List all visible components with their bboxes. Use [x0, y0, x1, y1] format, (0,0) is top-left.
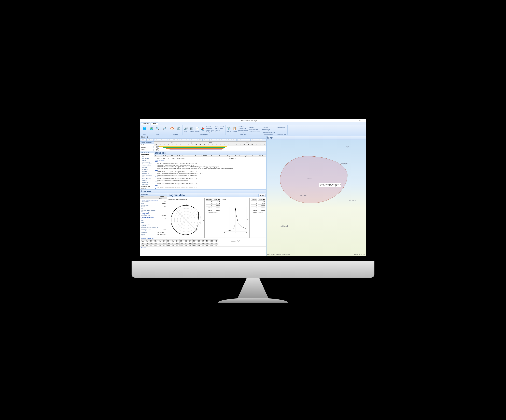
- tree-item[interactable]: ID: [141, 156, 153, 157]
- action-button[interactable]: Edit: [198, 139, 203, 141]
- speaker-icon[interactable]: 🔊: [184, 126, 188, 131]
- action-button[interactable]: Coordination: [227, 139, 237, 141]
- editor-row[interactable]: Reference ID: [140, 204, 167, 206]
- tree-item[interactable]: Altitude, m: [141, 172, 153, 174]
- action-button[interactable]: Preview: [190, 139, 197, 141]
- allotment-link[interactable]: Allotment areas: [214, 131, 224, 133]
- tree-item[interactable]: Date of expiry: [141, 178, 153, 180]
- persons-link[interactable]: Persons: [214, 129, 224, 131]
- close-button[interactable]: ✕: [363, 119, 365, 122]
- editor-row[interactable]: ▸ System parameters: [140, 216, 167, 218]
- editor-row[interactable]: ▸ Location: [140, 230, 167, 232]
- search-input-2[interactable]: [141, 149, 153, 151]
- map-icon[interactable]: 🗺️: [148, 126, 154, 131]
- editor-row[interactable]: Frequency, MHz183,648: [140, 215, 167, 216]
- maximize-button[interactable]: □: [359, 119, 361, 122]
- tab-view-log[interactable]: View log: [141, 122, 150, 125]
- rl-antenna[interactable]: Antenna models: [249, 129, 260, 130]
- 3d-view-button[interactable]: 3D view: [258, 194, 266, 197]
- itu-icon[interactable]: 🏛️: [189, 126, 194, 131]
- editor-row[interactable]: SFN ID: [140, 208, 167, 210]
- editor-row[interactable]: Longitude25° E 20' 4, …: [140, 232, 167, 234]
- name-checkbox[interactable]: [141, 144, 142, 146]
- lictypes-link[interactable]: License types: [214, 128, 224, 129]
- editor-row[interactable]: Gapfiller processing delay, µs: [140, 227, 167, 228]
- document-tab[interactable]: T-DAB – 1×: [140, 136, 266, 139]
- licjournals-link[interactable]: License journals: [214, 126, 224, 128]
- editor-row[interactable]: AdministrationLTU: [140, 201, 167, 203]
- tree-item[interactable]: Remarks: [141, 183, 153, 185]
- tree-item[interactable]: Date of bringing-into-use: [141, 174, 153, 178]
- action-button[interactable]: New version: [180, 139, 189, 141]
- rl-equipment[interactable]: Equipment models: [249, 130, 260, 132]
- tree-item[interactable]: Frequency, MHz: [141, 163, 153, 165]
- close-tab-icon[interactable]: ×: [149, 136, 150, 138]
- rl-types[interactable]: License types: [238, 131, 248, 133]
- editor-row[interactable]: Latitude54° N 42' 13…: [140, 234, 167, 235]
- editor-row[interactable]: Date of bringing-into-use: [140, 210, 167, 211]
- tree-item[interactable]: Plan entry: [141, 182, 153, 183]
- syseditor-link[interactable]: System editor: [206, 129, 214, 131]
- refresh-icon[interactable]: 🔄: [176, 126, 181, 131]
- app-logo-icon[interactable]: 🌐: [142, 126, 147, 131]
- tab-main[interactable]: Main: [151, 122, 158, 125]
- tree-item[interactable]: Reference ID: [141, 161, 153, 163]
- editor-row[interactable]: Date of expiry: [140, 211, 167, 213]
- search-input-1[interactable]: [141, 146, 153, 148]
- editor-row[interactable]: Transmission systemT3: [140, 218, 167, 220]
- editor-row[interactable]: Bandwidth, MHz1,536: [140, 228, 167, 230]
- datalist-body[interactable]: 7012 T-DAB LTU LTU Visa Lietuva 183,648 …: [154, 157, 266, 189]
- editor-row[interactable]: NameVilnius: [140, 203, 167, 204]
- configeditor-link[interactable]: Config editor: [206, 131, 214, 133]
- antenna-icon[interactable]: 📡: [226, 126, 231, 131]
- action-button[interactable]: Delete: [203, 139, 209, 141]
- tree-item[interactable]: Country: [141, 167, 153, 169]
- document-icon[interactable]: 📄: [195, 126, 200, 131]
- books-icon[interactable]: 📚: [200, 127, 205, 131]
- admin-userroles[interactable]: User roles: [262, 127, 275, 128]
- search-icon[interactable]: 🔍: [155, 126, 160, 131]
- tree-item[interactable]: Search field: [141, 154, 153, 156]
- refresh-button[interactable]: Refresh: [146, 139, 153, 141]
- zoom-icon[interactable]: 🔎: [161, 126, 167, 131]
- home-icon[interactable]: 🏠: [169, 126, 175, 131]
- channels-link[interactable]: Channels: [206, 126, 214, 128]
- filter-button[interactable]: Filter: [141, 139, 146, 141]
- action-button[interactable]: New allotment: [168, 139, 179, 141]
- action-button[interactable]: New assignment: [155, 139, 167, 141]
- action-button[interactable]: Set main version: [237, 139, 250, 141]
- action-button[interactable]: Show related ▾: [251, 139, 262, 141]
- minimize-button[interactable]: —: [354, 119, 357, 122]
- tree-item[interactable]: License: [141, 187, 153, 189]
- admin-coordstat[interactable]: Coordination statuses: [262, 132, 275, 133]
- editor-row[interactable]: Mode: [140, 222, 167, 223]
- editor-row[interactable]: ▸ Radio system type T-DAB: [140, 199, 167, 201]
- vertical-table[interactable]: Azm (8)Attn., dB 00,0015,00210,00412,502…: [250, 198, 266, 211]
- map-panel[interactable]: Map Licensed For Developer Use Only Riga…: [266, 136, 366, 256]
- ref-geographies[interactable]: Geographies: [277, 127, 286, 128]
- editor-row[interactable]: ▸ Frequency: [140, 213, 167, 215]
- rl-journals[interactable]: License journals: [238, 129, 248, 131]
- tree-item[interactable]: SFN ID: [141, 180, 153, 182]
- action-button[interactable]: Export: [210, 139, 216, 141]
- tree-item[interactable]: Longitude: [141, 169, 153, 170]
- rl-persons[interactable]: Persons: [249, 127, 260, 129]
- tree-item[interactable]: Latitude: [141, 170, 153, 172]
- license-icon[interactable]: 📋: [232, 126, 237, 131]
- editor-row[interactable]: Altitude: [140, 235, 167, 237]
- admin-customroles[interactable]: Custom roles: [262, 129, 275, 130]
- azimuth-table[interactable]: Azm, degAttn., dB 455,006010,008015,0010…: [205, 198, 220, 211]
- tree-item[interactable]: Name: [141, 159, 153, 161]
- editor-row[interactable]: CountryLTU: [140, 206, 167, 208]
- editor-row[interactable]: RPC: [140, 220, 167, 222]
- rl-config[interactable]: Config editor: [238, 128, 248, 129]
- admin-liccols[interactable]: License columns: [262, 130, 275, 132]
- editor-row[interactable]: Gapfiller: [140, 225, 167, 227]
- workflows-link[interactable]: Workflows: [206, 128, 214, 129]
- action-button[interactable]: Workflow ▾: [217, 139, 226, 141]
- editor-row[interactable]: Protection level: [140, 223, 167, 225]
- tree-item[interactable]: Workflow log: [141, 185, 153, 187]
- tree-item[interactable]: Administration: [141, 165, 153, 167]
- tree-item[interactable]: Geography: [141, 157, 153, 159]
- rl-workflows[interactable]: Workflows: [238, 126, 248, 128]
